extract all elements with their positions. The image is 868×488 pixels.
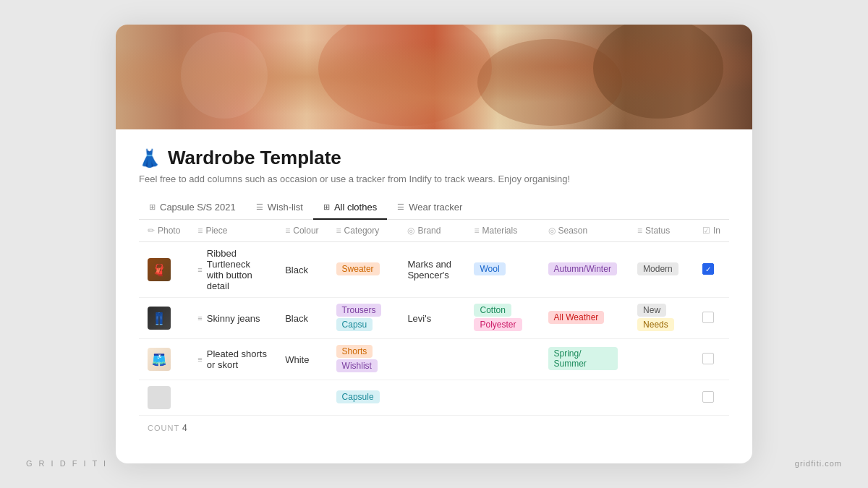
cell-status <box>629 380 694 416</box>
count-label: COUNT <box>148 424 182 432</box>
col-piece: ≡Piece <box>189 220 276 242</box>
category-tag: Sweater <box>336 262 380 275</box>
cell-brand: Marks and Spencer's <box>399 242 465 298</box>
cell-category: Sweater <box>328 242 399 298</box>
cell-photo: 👖 <box>139 298 189 339</box>
cell-materials <box>465 339 539 380</box>
cell-brand <box>399 339 465 380</box>
col-photo: ✏Photo <box>139 220 189 242</box>
cell-photo: 🧣 <box>139 242 189 298</box>
page-wrapper: G R I D F I T I gridfiti.com 👗 Wardrobe … <box>0 0 868 488</box>
col-brand: ◎Brand <box>399 220 465 242</box>
cell-piece: ≡Ribbed Turtleneck with button detail <box>189 242 276 298</box>
cell-status: NewNeeds <box>629 298 694 339</box>
cell-colour: Black <box>276 298 327 339</box>
col-status: ≡Status <box>629 220 694 242</box>
material-tag: Wool <box>474 262 505 275</box>
piece-icon: ≡ <box>197 314 202 322</box>
cell-season: All Weather <box>540 298 629 339</box>
piece-name: Pleated shorts or skort <box>207 348 268 370</box>
col-category: ≡Category <box>328 220 399 242</box>
piece-name: Ribbed Turtleneck with button detail <box>207 248 268 291</box>
photo-thumbnail <box>148 386 171 409</box>
gridfiti-logo-left: G R I D F I T I <box>26 459 108 468</box>
piece-icon: ≡ <box>197 355 202 364</box>
cell-materials: CottonPolyester <box>465 298 539 339</box>
wardrobe-table: ✏Photo ≡Piece ≡Colour ≡Category ◎Brand ≡… <box>139 220 729 440</box>
wishlist-tab-icon: ☰ <box>256 202 263 212</box>
category-tag: Wishlist <box>336 359 378 372</box>
page-subtitle: Feel free to add columns such as occasio… <box>139 174 729 184</box>
cell-materials: Wool <box>465 242 539 298</box>
cell-colour: Black <box>276 242 327 298</box>
material-tag: Polyester <box>474 318 522 331</box>
tab-all-clothes[interactable]: ⊞ All clothes <box>313 196 387 220</box>
tab-capsule[interactable]: ⊞ Capsule S/S 2021 <box>139 196 246 220</box>
season-tag: Spring/ Summer <box>548 347 618 370</box>
cell-category: Capsule <box>328 380 399 416</box>
category-tag: Capsu <box>336 318 373 331</box>
cell-season: Autumn/Winter <box>540 242 629 298</box>
cell-in[interactable] <box>694 298 729 339</box>
col-season: ◎Season <box>540 220 629 242</box>
status-tag: Needs <box>637 318 674 331</box>
page-title: Wardrobe Template <box>168 147 341 169</box>
hero-banner <box>116 25 752 129</box>
col-in: ☑In <box>694 220 729 242</box>
cell-materials <box>465 380 539 416</box>
capsule-tab-icon: ⊞ <box>149 202 156 212</box>
cell-in[interactable] <box>694 242 729 298</box>
gridfiti-logo-right: gridfiti.com <box>795 459 842 468</box>
cell-photo: 🩳 <box>139 339 189 380</box>
wear-tracker-tab-icon: ☰ <box>397 202 404 212</box>
in-checkbox[interactable] <box>702 263 714 275</box>
in-checkbox[interactable] <box>702 353 714 364</box>
wear-tracker-tab-label: Wear tracker <box>409 202 462 213</box>
cell-season <box>540 380 629 416</box>
tab-wishlist[interactable]: ☰ Wish-list <box>246 196 313 220</box>
tabs-bar: ⊞ Capsule S/S 2021 ☰ Wish-list ⊞ All clo… <box>139 196 729 220</box>
table-row[interactable]: 🧣≡Ribbed Turtleneck with button detailBl… <box>139 242 729 298</box>
category-tag: Capsule <box>336 390 380 403</box>
cell-brand: Levi's <box>399 298 465 339</box>
main-card: 👗 Wardrobe Template Feel free to add col… <box>116 25 752 463</box>
category-tag: Trousers <box>336 304 382 317</box>
table-row[interactable]: 👖≡Skinny jeansBlackTrousersCapsuLevi'sCo… <box>139 298 729 339</box>
cell-category: ShortsWishlist <box>328 339 399 380</box>
tab-wear-tracker[interactable]: ☰ Wear tracker <box>387 196 472 220</box>
category-tag: Shorts <box>336 345 373 358</box>
material-tag: Cotton <box>474 304 511 317</box>
in-checkbox[interactable] <box>702 391 714 403</box>
cell-in[interactable] <box>694 380 729 416</box>
col-materials: ≡Materials <box>465 220 539 242</box>
photo-thumbnail: 🧣 <box>148 258 171 281</box>
cell-piece: ≡Skinny jeans <box>189 298 276 339</box>
cell-colour: White <box>276 339 327 380</box>
count-cell: COUNT 4 <box>139 416 729 441</box>
count-value: 4 <box>182 423 187 433</box>
piece-icon: ≡ <box>197 265 202 274</box>
season-tag: All Weather <box>548 311 605 324</box>
cell-colour <box>276 380 327 416</box>
all-clothes-tab-label: All clothes <box>334 202 377 213</box>
photo-thumbnail: 👖 <box>148 307 171 330</box>
status-tag: Modern <box>637 262 678 275</box>
in-checkbox[interactable] <box>702 312 714 323</box>
cell-in[interactable] <box>694 339 729 380</box>
cell-brand <box>399 380 465 416</box>
page-content: 👗 Wardrobe Template Feel free to add col… <box>116 129 752 463</box>
piece-name: Skinny jeans <box>207 313 260 324</box>
dress-icon: 👗 <box>139 148 161 168</box>
season-tag: Autumn/Winter <box>548 262 617 275</box>
col-colour: ≡Colour <box>276 220 327 242</box>
cell-piece: ≡Pleated shorts or skort <box>189 339 276 380</box>
photo-thumbnail: 🩳 <box>148 348 171 371</box>
cell-status <box>629 339 694 380</box>
table-row[interactable]: Capsule <box>139 380 729 416</box>
page-header: 👗 Wardrobe Template <box>139 147 729 169</box>
table-row[interactable]: 🩳≡Pleated shorts or skortWhiteShortsWish… <box>139 339 729 380</box>
cell-piece <box>189 380 276 416</box>
wishlist-tab-label: Wish-list <box>268 202 303 213</box>
cell-category: TrousersCapsu <box>328 298 399 339</box>
table-wrapper: ✏Photo ≡Piece ≡Colour ≡Category ◎Brand ≡… <box>139 220 729 440</box>
